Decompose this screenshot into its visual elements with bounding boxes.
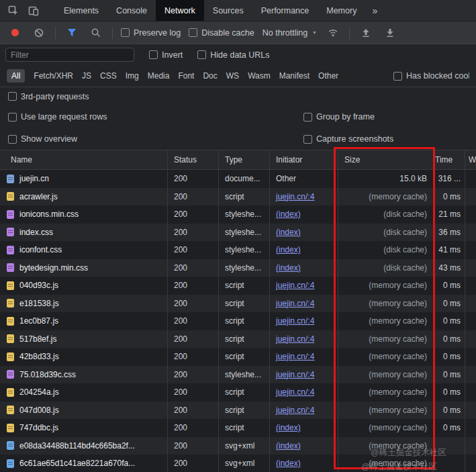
device-toolbar-icon[interactable]: [26, 3, 42, 19]
has-blocked-cookies-checkbox[interactable]: Has blocked cookies: [393, 71, 469, 81]
request-name-cell[interactable]: bytedesign.min.css: [0, 259, 168, 277]
request-initiator[interactable]: juejin.cn/:4: [276, 370, 314, 379]
inspect-element-icon[interactable]: [5, 3, 21, 19]
column-header-size[interactable]: Size: [338, 150, 434, 169]
request-initiator[interactable]: juejin.cn/:4: [276, 192, 314, 201]
filter-pill-font[interactable]: Font: [178, 69, 194, 83]
table-row[interactable]: 747ddbc.js200script(index)(memory cache)…: [0, 419, 476, 437]
request-name-cell[interactable]: acrawler.js: [0, 188, 168, 206]
tabbar-left-icons: [0, 3, 47, 19]
table-row[interactable]: 75.018d39c.css200styleshe...juejin.cn/:4…: [0, 366, 476, 384]
column-header-status[interactable]: Status: [168, 150, 219, 169]
request-initiator[interactable]: (index): [276, 263, 301, 273]
filter-pill-all[interactable]: All: [7, 69, 25, 83]
request-name-cell[interactable]: 040d93c.js: [0, 277, 168, 295]
tab-console[interactable]: Console: [107, 0, 156, 21]
request-name-cell[interactable]: 047d008.js: [0, 402, 168, 420]
request-name-cell[interactable]: 517b8ef.js: [0, 330, 168, 348]
request-time-cell: 36 ms: [434, 224, 465, 242]
record-button[interactable]: [7, 25, 23, 41]
filter-pill-other[interactable]: Other: [318, 69, 338, 83]
request-initiator[interactable]: (index): [276, 459, 301, 468]
search-icon[interactable]: [88, 25, 104, 41]
filter-input[interactable]: [5, 48, 134, 62]
request-initiator[interactable]: (index): [276, 209, 301, 219]
table-row[interactable]: 517b8ef.js200scriptjuejin.cn/:4(memory c…: [0, 330, 476, 348]
request-initiator[interactable]: (index): [276, 245, 301, 254]
script-file-icon: [7, 299, 14, 308]
request-name-cell[interactable]: 1ec0b87.js: [0, 312, 168, 330]
request-name-cell[interactable]: 42b8d33.js: [0, 348, 168, 366]
column-header-initiator[interactable]: Initiator: [270, 150, 338, 169]
request-initiator[interactable]: juejin.cn/:4: [276, 352, 314, 361]
request-name-cell[interactable]: 747ddbc.js: [0, 419, 168, 437]
throttling-select[interactable]: No throttling ▼: [263, 28, 317, 38]
filter-pill-media[interactable]: Media: [148, 69, 170, 83]
request-name-cell[interactable]: 204254a.js: [0, 383, 168, 402]
tab-memory[interactable]: Memory: [318, 0, 365, 21]
request-name-cell[interactable]: juejin.cn: [0, 170, 168, 188]
request-initiator[interactable]: juejin.cn/:4: [276, 299, 314, 308]
disable-cache-checkbox[interactable]: Disable cache: [189, 28, 254, 38]
clear-button[interactable]: [31, 25, 47, 41]
request-initiator[interactable]: juejin.cn/:4: [276, 281, 314, 290]
invert-checkbox[interactable]: Invert: [149, 50, 183, 60]
table-row[interactable]: e181538.js200scriptjuejin.cn/:4(memory c…: [0, 295, 476, 313]
table-row[interactable]: index.css200styleshe...(index)(disk cach…: [0, 224, 476, 242]
tab-elements[interactable]: Elements: [55, 0, 107, 21]
request-type-cell: script: [219, 402, 270, 420]
request-name-cell[interactable]: ionicons.min.css: [0, 205, 168, 224]
column-header-time[interactable]: Time: [434, 150, 465, 169]
filter-pill-manifest[interactable]: Manifest: [279, 69, 310, 83]
request-name-cell[interactable]: index.css: [0, 224, 168, 242]
tab-performance[interactable]: Performance: [252, 0, 318, 21]
request-initiator[interactable]: juejin.cn/:4: [276, 334, 314, 344]
table-row[interactable]: 047d008.js200scriptjuejin.cn/:4(memory c…: [0, 402, 476, 420]
capture-screenshots-checkbox[interactable]: Capture screenshots: [303, 134, 468, 144]
download-icon[interactable]: [382, 25, 398, 41]
table-row[interactable]: 204254a.js200scriptjuejin.cn/:4(memory c…: [0, 383, 476, 402]
request-initiator[interactable]: (index): [276, 423, 301, 432]
preserve-log-checkbox[interactable]: Preserve log: [121, 28, 181, 38]
table-row[interactable]: 42b8d33.js200scriptjuejin.cn/:4(memory c…: [0, 348, 476, 366]
third-party-requests-checkbox[interactable]: 3rd-party requests: [8, 92, 89, 101]
request-name-cell[interactable]: e181538.js: [0, 295, 168, 313]
group-by-frame-checkbox[interactable]: Group by frame: [303, 112, 468, 122]
filter-pill-wasm[interactable]: Wasm: [248, 69, 271, 83]
request-initiator[interactable]: juejin.cn/:4: [276, 387, 314, 397]
request-initiator[interactable]: juejin.cn/:4: [276, 316, 314, 326]
column-header-type[interactable]: Type: [219, 150, 270, 169]
third-party-row: 3rd-party requests: [0, 87, 476, 105]
table-row[interactable]: juejin.cn200docume...Other15.0 kB316 ...: [0, 170, 476, 188]
table-row[interactable]: 1ec0b87.js200scriptjuejin.cn/:4(memory c…: [0, 312, 476, 330]
filter-pill-img[interactable]: Img: [126, 69, 139, 83]
column-header-waterfall[interactable]: W: [465, 150, 476, 169]
table-row[interactable]: iconfont.css200styleshe...(index)(disk c…: [0, 241, 476, 259]
table-row[interactable]: bytedesign.min.css200styleshe...(index)(…: [0, 259, 476, 277]
network-conditions-icon[interactable]: [325, 25, 341, 41]
request-initiator[interactable]: juejin.cn/:4: [276, 406, 314, 415]
tab-network[interactable]: Network: [156, 0, 204, 21]
request-name-cell[interactable]: 75.018d39c.css: [0, 366, 168, 384]
show-overview-checkbox[interactable]: Show overview: [8, 134, 303, 144]
more-tabs-button[interactable]: »: [365, 5, 384, 16]
table-row[interactable]: acrawler.js200scriptjuejin.cn/:4(memory …: [0, 188, 476, 206]
table-row[interactable]: 040d93c.js200scriptjuejin.cn/:4(memory c…: [0, 277, 476, 295]
filter-pill-fetch-xhr[interactable]: Fetch/XHR: [34, 69, 73, 83]
hide-data-urls-checkbox[interactable]: Hide data URLs: [197, 50, 269, 60]
filter-pill-css[interactable]: CSS: [100, 69, 117, 83]
request-initiator[interactable]: (index): [276, 228, 301, 237]
upload-icon[interactable]: [358, 25, 374, 41]
use-large-request-rows-checkbox[interactable]: Use large request rows: [8, 112, 303, 122]
request-name-cell[interactable]: 6c61ae65d1c41ae8221a670fa...: [0, 455, 168, 472]
table-row[interactable]: ionicons.min.css200styleshe...(index)(di…: [0, 205, 476, 224]
request-name-cell[interactable]: iconfont.css: [0, 241, 168, 259]
filter-pill-ws[interactable]: WS: [226, 69, 239, 83]
request-name-cell[interactable]: e08da34488b114bd4c665ba2f...: [0, 437, 168, 455]
column-header-name[interactable]: Name: [0, 150, 168, 169]
filter-toggle-icon[interactable]: [64, 25, 80, 41]
filter-pill-js[interactable]: JS: [82, 69, 91, 83]
filter-pill-doc[interactable]: Doc: [203, 69, 217, 83]
tab-sources[interactable]: Sources: [204, 0, 252, 21]
request-initiator[interactable]: (index): [276, 441, 301, 451]
